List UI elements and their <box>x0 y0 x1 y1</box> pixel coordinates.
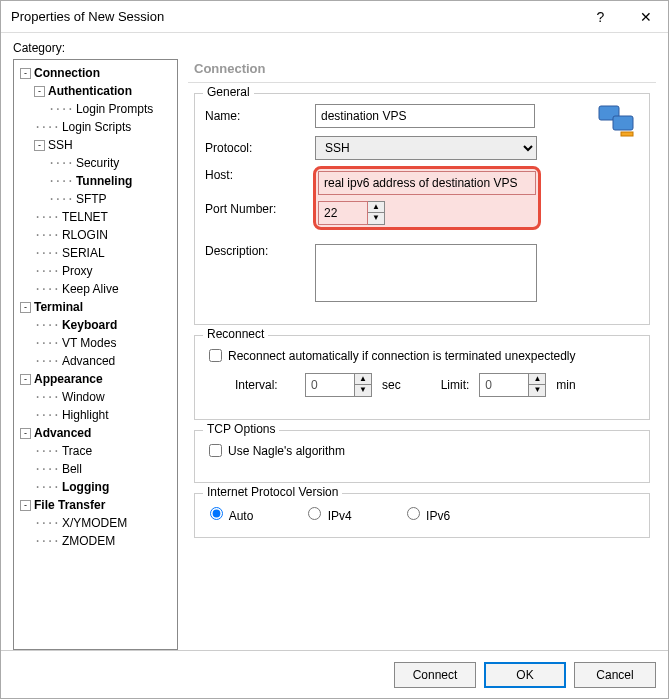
tree-connector: ···· <box>48 174 73 188</box>
ipv4-radio[interactable] <box>308 507 321 520</box>
ipv-auto-option[interactable]: Auto <box>205 504 253 523</box>
tree-item-label: SFTP <box>76 192 107 206</box>
tree-connector: ···· <box>34 336 59 350</box>
interval-spinner[interactable]: ▲▼ <box>355 373 372 397</box>
tree-item[interactable]: ····SFTP <box>16 190 175 208</box>
port-input[interactable] <box>318 201 368 225</box>
tree-item[interactable]: ····Tunneling <box>16 172 175 190</box>
tree-item[interactable]: ····Login Scripts <box>16 118 175 136</box>
expander-icon[interactable]: - <box>20 68 31 79</box>
help-button[interactable]: ? <box>578 2 623 32</box>
nagle-checkbox[interactable] <box>209 444 222 457</box>
tree-item[interactable]: -Authentication <box>16 82 175 100</box>
close-button[interactable]: ✕ <box>623 2 668 32</box>
interval-input[interactable] <box>305 373 355 397</box>
tree-item-label: Window <box>62 390 105 404</box>
session-icon <box>597 102 637 142</box>
name-input[interactable] <box>315 104 535 128</box>
category-tree[interactable]: -Connection-Authentication····Login Prom… <box>13 59 178 650</box>
expander-icon[interactable]: - <box>20 302 31 313</box>
tree-item-label: Keep Alive <box>62 282 119 296</box>
window-title: Properties of New Session <box>11 9 578 24</box>
tree-item[interactable]: -SSH <box>16 136 175 154</box>
tree-item-label: Highlight <box>62 408 109 422</box>
host-input[interactable] <box>318 171 536 195</box>
ok-button[interactable]: OK <box>484 662 566 688</box>
dialog-window: Properties of New Session ? ✕ Category: … <box>0 0 669 699</box>
tree-item[interactable]: ····Highlight <box>16 406 175 424</box>
tree-item-label: Login Prompts <box>76 102 153 116</box>
tree-connector: ···· <box>34 120 59 134</box>
svg-rect-2 <box>621 132 633 136</box>
interval-label: Interval: <box>235 378 295 392</box>
tree-connector: ···· <box>48 102 73 116</box>
tree-connector: ···· <box>34 318 59 332</box>
tree-item[interactable]: ····Security <box>16 154 175 172</box>
tree-item-label: Proxy <box>62 264 93 278</box>
port-spinner[interactable]: ▲▼ <box>368 201 385 225</box>
tree-item[interactable]: ····Logging <box>16 478 175 496</box>
tree-item-label: RLOGIN <box>62 228 108 242</box>
connect-button[interactable]: Connect <box>394 662 476 688</box>
tree-item[interactable]: -Appearance <box>16 370 175 388</box>
desc-textarea[interactable] <box>315 244 537 302</box>
expander-icon[interactable]: - <box>34 140 45 151</box>
name-label: Name: <box>205 109 315 123</box>
limit-spinner[interactable]: ▲▼ <box>529 373 546 397</box>
svg-rect-1 <box>613 116 633 130</box>
tree-connector: ···· <box>34 444 59 458</box>
protocol-select[interactable]: SSH <box>315 136 537 160</box>
tree-item[interactable]: ····Trace <box>16 442 175 460</box>
titlebar: Properties of New Session ? ✕ <box>1 1 668 33</box>
tree-item[interactable]: ····X/YMODEM <box>16 514 175 532</box>
right-panel: Connection General Name: Protocol: <box>188 59 656 650</box>
tree-item[interactable]: ····Login Prompts <box>16 100 175 118</box>
tree-item-label: Appearance <box>34 372 103 386</box>
tree-connector: ···· <box>48 192 73 206</box>
tree-item[interactable]: ····Keep Alive <box>16 280 175 298</box>
tree-connector: ···· <box>34 282 59 296</box>
category-label: Category: <box>13 41 656 55</box>
limit-input[interactable] <box>479 373 529 397</box>
expander-icon[interactable]: - <box>20 428 31 439</box>
expander-icon[interactable]: - <box>34 86 45 97</box>
tree-item-label: VT Modes <box>62 336 116 350</box>
tree-item[interactable]: -Terminal <box>16 298 175 316</box>
highlighted-region: ▲▼ <box>313 166 541 230</box>
tree-item[interactable]: ····SERIAL <box>16 244 175 262</box>
general-legend: General <box>203 85 254 99</box>
tree-connector: ···· <box>34 246 59 260</box>
tree-item[interactable]: ····VT Modes <box>16 334 175 352</box>
ipv-auto-radio[interactable] <box>210 507 223 520</box>
limit-label: Limit: <box>441 378 470 392</box>
port-label: Port Number: <box>205 202 315 216</box>
reconnect-group: Reconnect Reconnect automatically if con… <box>194 335 650 420</box>
tree-item-label: X/YMODEM <box>62 516 127 530</box>
cancel-button[interactable]: Cancel <box>574 662 656 688</box>
expander-icon[interactable]: - <box>20 374 31 385</box>
tree-item-label: Advanced <box>34 426 91 440</box>
tree-connector: ···· <box>34 480 59 494</box>
tree-item[interactable]: ····Proxy <box>16 262 175 280</box>
sec-label: sec <box>382 378 401 392</box>
tree-connector: ···· <box>34 516 59 530</box>
tree-item[interactable]: ····Bell <box>16 460 175 478</box>
ipv-legend: Internet Protocol Version <box>203 485 342 499</box>
tree-item[interactable]: -File Transfer <box>16 496 175 514</box>
tree-item[interactable]: ····Advanced <box>16 352 175 370</box>
tree-item[interactable]: -Advanced <box>16 424 175 442</box>
reconnect-checkbox[interactable] <box>209 349 222 362</box>
tree-item[interactable]: ····Window <box>16 388 175 406</box>
tree-item[interactable]: ····ZMODEM <box>16 532 175 550</box>
tree-item[interactable]: -Connection <box>16 64 175 82</box>
ipv4-option[interactable]: IPv4 <box>303 504 351 523</box>
tree-item-label: File Transfer <box>34 498 105 512</box>
panel-title: Connection <box>188 59 656 83</box>
ipv6-option[interactable]: IPv6 <box>402 504 450 523</box>
tree-item[interactable]: ····Keyboard <box>16 316 175 334</box>
ipv6-radio[interactable] <box>407 507 420 520</box>
tree-item[interactable]: ····RLOGIN <box>16 226 175 244</box>
expander-icon[interactable]: - <box>20 500 31 511</box>
tree-item[interactable]: ····TELNET <box>16 208 175 226</box>
tree-connector: ···· <box>34 534 59 548</box>
